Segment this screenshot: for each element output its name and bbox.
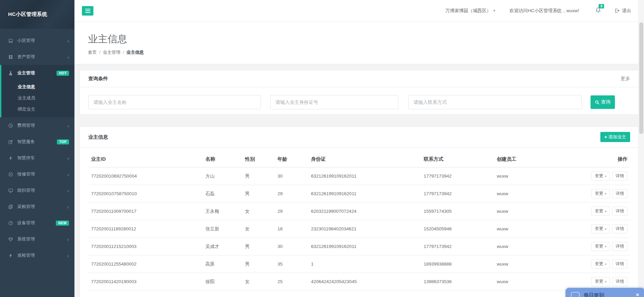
page-heading: 业主信息 首页/业主管理/业主信息	[74, 22, 644, 64]
query-panel-title: 查询条件	[88, 75, 108, 82]
chevron-down-icon: ▾	[605, 227, 606, 231]
sidebar-group-7: 组织管理‹	[0, 182, 74, 199]
sidebar-item-资产管理[interactable]: 资产管理‹	[0, 49, 74, 65]
search-button[interactable]: 查询	[591, 95, 615, 109]
query-input-2[interactable]	[270, 95, 398, 109]
daily-checkin-widget[interactable]: 每日签到 ×	[565, 288, 644, 297]
breadcrumb-item-业主管理[interactable]: 业主管理	[103, 50, 120, 55]
cell-phone: 15204505946	[421, 220, 494, 238]
cell-id_card: 1	[308, 255, 421, 273]
clock-icon	[8, 123, 14, 128]
change-label: 变更	[595, 261, 603, 267]
change-button[interactable]: 变更▾	[591, 207, 610, 216]
query-panel: 查询条件 更多 查询	[80, 70, 639, 115]
table-row: 772020011009700017王永梅女296203211990070724…	[88, 203, 630, 220]
chevron-down-icon: ▾	[605, 245, 606, 248]
cell-name: 吴成才	[203, 238, 242, 255]
chevron-left-icon: ‹	[67, 204, 69, 209]
chevron-left-icon: ‹	[67, 156, 69, 161]
breadcrumb-separator: /	[99, 50, 101, 55]
laptop-icon	[8, 38, 14, 43]
cell-age: 18	[275, 220, 308, 238]
cell-gender: 女	[242, 220, 275, 238]
main-column: 万博家博园（城西区） ▾ 欢迎访问HC小区管理系统，wuxw! 0	[74, 0, 644, 297]
cell-creator: wuxw	[494, 167, 582, 185]
sidebar-item-巡检管理[interactable]: 巡检管理‹	[0, 247, 74, 264]
cell-actions: 变更▾详情	[582, 255, 630, 273]
sidebar-item-系统管理[interactable]: 系统管理‹	[0, 231, 74, 247]
sign-out-icon	[615, 8, 620, 13]
cell-phone: 13986373536	[421, 273, 494, 291]
sidebar-item-组织管理[interactable]: 组织管理‹	[0, 182, 74, 199]
sidebar-item-费用管理[interactable]: 费用管理‹	[0, 117, 74, 134]
sidebar-item-label: 业主管理	[17, 70, 35, 76]
sidebar-item-业主管理[interactable]: 业主管理HOT	[1, 65, 74, 81]
sidebar-subitem-业主成员[interactable]: 业主成员	[1, 92, 74, 104]
cell-name: 张立新	[203, 220, 242, 238]
breadcrumb-item-业主信息: 业主信息	[126, 50, 144, 55]
change-button[interactable]: 变更▾	[591, 259, 610, 269]
breadcrumb: 首页/业主管理/业主信息	[88, 49, 630, 55]
chevron-down-icon: ▾	[605, 192, 606, 196]
chat-bubble-icon	[571, 292, 580, 297]
sidebar-subitem-业主信息[interactable]: 业主信息	[1, 81, 74, 92]
close-icon[interactable]: ×	[636, 292, 639, 297]
sidebar-item-设备管理[interactable]: 设备管理NEW	[0, 215, 74, 231]
change-button[interactable]: 变更▾	[591, 189, 610, 198]
chevron-down-icon: ▾	[605, 210, 606, 213]
column-header-联系方式: 联系方式	[421, 150, 494, 167]
navbar-right: 万博家博园（城西区） ▾ 欢迎访问HC小区管理系统，wuxw! 0	[445, 7, 631, 14]
add-owner-button[interactable]: + 添加业主	[600, 132, 630, 142]
query-form: 查询	[80, 87, 639, 114]
menu-badge-hot: HOT	[57, 71, 69, 76]
detail-button[interactable]: 详情	[612, 224, 627, 233]
more-link[interactable]: 更多	[621, 76, 630, 82]
desktop-icon	[8, 188, 14, 193]
sidebar-item-报修管理[interactable]: 报修管理‹	[0, 166, 74, 182]
sidebar-item-label: 设备管理	[17, 220, 35, 226]
sidebar-item-智慧停车[interactable]: 智慧停车‹	[0, 150, 74, 166]
change-button[interactable]: 变更▾	[591, 172, 610, 181]
detail-button[interactable]: 详情	[612, 172, 627, 181]
sidebar-item-采购管理[interactable]: 采购管理‹	[0, 199, 74, 215]
notifications-button[interactable]: 0	[595, 7, 601, 14]
owners-panel: 业主信息 + 添加业主 业主ID名称性别年龄身份证联系方式创建员工操作 7720…	[80, 127, 639, 297]
change-button[interactable]: 变更▾	[591, 242, 610, 251]
community-selector[interactable]: 万博家博园（城西区） ▾	[445, 8, 495, 14]
sidebar-group-10: 系统管理‹	[0, 231, 74, 247]
sidebar-item-label: 报修管理	[17, 171, 35, 177]
cell-phone: 17797173942	[421, 167, 494, 185]
sidebar-subitem-绑定业主[interactable]: 绑定业主	[1, 104, 74, 115]
page-content: 业主信息 首页/业主管理/业主信息 查询条件 更多 查询	[74, 22, 644, 297]
column-header-业主ID: 业主ID	[88, 150, 203, 167]
cell-name: 胡德	[203, 291, 242, 297]
detail-button[interactable]: 详情	[612, 277, 627, 286]
logout-button[interactable]: 退出	[615, 8, 631, 14]
query-input-1[interactable]	[88, 95, 261, 109]
cell-gender: 男	[242, 291, 275, 297]
cell-id: 772020010758750010	[88, 185, 203, 203]
query-input-3[interactable]	[408, 95, 582, 109]
cell-age: 29	[275, 185, 308, 203]
detail-button[interactable]: 详情	[612, 207, 627, 216]
breadcrumb-item-首页[interactable]: 首页	[88, 50, 97, 55]
sidebar-item-小区管理[interactable]: 小区管理‹	[0, 32, 74, 49]
change-button[interactable]: 变更▾	[591, 277, 610, 286]
detail-button[interactable]: 详情	[612, 259, 627, 269]
cell-creator: wuxw	[494, 185, 582, 203]
detail-button[interactable]: 详情	[612, 242, 627, 251]
detail-button[interactable]: 详情	[612, 189, 627, 198]
column-header-创建员工: 创建员工	[494, 150, 582, 167]
cell-id: 772020011215210003	[88, 238, 203, 255]
sidebar-item-label: 系统管理	[17, 236, 35, 242]
sidebar-item-智慧服务[interactable]: 智慧服务TOP	[0, 134, 74, 150]
sidebar-group-5: 智慧停车‹	[0, 150, 74, 166]
cell-id: 772020010692750004	[88, 167, 203, 185]
sidebar-toggle-button[interactable]	[82, 6, 93, 16]
column-header-操作: 操作	[582, 150, 630, 167]
change-button[interactable]: 变更▾	[591, 224, 610, 233]
compass-icon	[8, 172, 14, 177]
sidebar-nav: 小区管理‹资产管理‹业主管理HOT业主信息业主成员绑定业主费用管理‹智慧服务TO…	[0, 29, 74, 264]
vertical-scrollbar[interactable]	[638, 0, 644, 297]
scrollbar-thumb[interactable]	[639, 22, 643, 134]
